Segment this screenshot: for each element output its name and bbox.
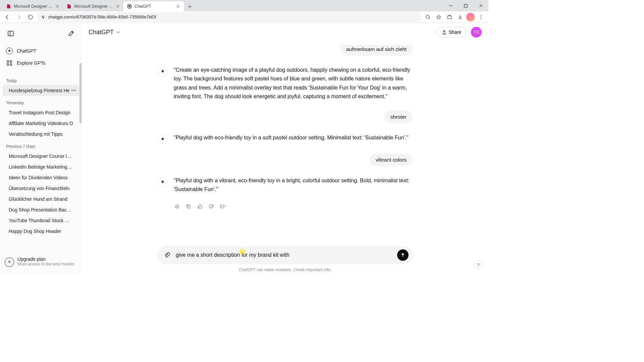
- tab-title: Microsoft Designer - Stunning: [74, 4, 113, 9]
- upgrade-subtitle: More access to the best models: [17, 262, 74, 266]
- zoom-icon[interactable]: [423, 12, 433, 22]
- message-actions: [174, 203, 413, 210]
- svg-rect-13: [7, 64, 9, 65]
- topbar: ChatGPT Share TO: [82, 23, 488, 42]
- browser-tab-bar: Microsoft Designer - Stunning Microsoft …: [0, 0, 488, 11]
- chat-history-item[interactable]: YouTube Thumbnail Stock Marke: [3, 215, 79, 226]
- user-message: shroter: [158, 111, 413, 123]
- chat-history-item[interactable]: Ideen für Dividenden Videos: [3, 172, 79, 183]
- tab-favicon: [6, 4, 11, 9]
- chatgpt-icon: [158, 134, 168, 144]
- browser-tab-active[interactable]: ChatGPT: [123, 1, 184, 11]
- close-icon[interactable]: [176, 4, 180, 9]
- tab-title: ChatGPT: [135, 4, 173, 9]
- thumbs-up-button[interactable]: [197, 203, 203, 210]
- chat-history-item[interactable]: Glücklicher Hund am Strand: [3, 194, 79, 204]
- svg-rect-12: [10, 61, 12, 62]
- svg-point-8: [481, 16, 482, 17]
- attach-button[interactable]: [162, 250, 172, 260]
- nav-label: Explore GPTs: [17, 60, 46, 66]
- svg-point-3: [44, 15, 45, 16]
- nav-explore-gpts[interactable]: Explore GPTs: [3, 57, 79, 69]
- chat-history-item[interactable]: LinkedIn Beiträge Marketing Ide: [3, 162, 79, 172]
- sidebar-scrollbar[interactable]: [79, 43, 82, 231]
- share-button[interactable]: Share: [437, 27, 466, 38]
- model-label: ChatGPT: [89, 29, 114, 36]
- model-picker[interactable]: ChatGPT: [89, 29, 120, 36]
- back-button[interactable]: [3, 12, 12, 22]
- upgrade-title: Upgrade plan: [17, 256, 74, 262]
- copy-button[interactable]: [185, 203, 192, 210]
- message-text: "Create an eye-catching image of a playf…: [174, 66, 413, 101]
- downloads-icon[interactable]: [455, 12, 465, 22]
- read-aloud-button[interactable]: [174, 203, 180, 210]
- close-icon[interactable]: [115, 4, 120, 9]
- chat-thread: aufmerksam auf sich zieht "Create an eye…: [82, 42, 488, 246]
- new-tab-button[interactable]: [185, 2, 195, 11]
- composer: [158, 246, 413, 264]
- svg-rect-1: [464, 4, 467, 7]
- chatgpt-icon: [158, 66, 168, 76]
- disclaimer-text: ChatGPT can make mistakes. Check importa…: [82, 267, 488, 274]
- collapse-sidebar-button[interactable]: [5, 27, 17, 40]
- site-info-icon[interactable]: [41, 15, 46, 19]
- tab-favicon: [66, 4, 72, 9]
- browser-tab[interactable]: Microsoft Designer - Stunning: [3, 1, 63, 11]
- section-header: Yesterday: [0, 99, 82, 107]
- chat-history-item[interactable]: Verabschiedung mit Tipps: [3, 129, 79, 139]
- menu-icon[interactable]: [476, 12, 486, 22]
- chat-history-item[interactable]: Übersetzung von Finanztiteln: [3, 183, 79, 194]
- profile-avatar[interactable]: [466, 13, 475, 21]
- window-maximize-button[interactable]: [458, 0, 473, 11]
- svg-rect-10: [8, 31, 13, 36]
- section-header: Previous 7 Days: [0, 143, 82, 150]
- svg-point-4: [426, 15, 429, 18]
- assistant-message: "Playful dog with eco-friendly toy in a …: [158, 133, 413, 144]
- svg-rect-14: [10, 64, 12, 65]
- user-message: vibrant colors: [158, 154, 413, 166]
- browser-tab[interactable]: Microsoft Designer - Stunning: [63, 1, 123, 11]
- svg-point-7: [481, 15, 482, 16]
- assistant-message: "Create an eye-catching image of a playf…: [158, 66, 413, 101]
- chatgpt-icon: [158, 177, 168, 187]
- message-text: vibrant colors: [370, 154, 413, 166]
- url-box[interactable]: chatgpt.com/c/6706357d-5fdc-800e-83b5-73…: [37, 12, 421, 22]
- message-text: "Playful dog with a vibrant, eco-friendl…: [174, 176, 413, 194]
- chevron-down-icon: [116, 30, 120, 35]
- window-minimize-button[interactable]: [443, 0, 458, 11]
- chat-history-item[interactable]: Dog Shop Presentation Backgro: [3, 204, 79, 215]
- user-avatar[interactable]: TO: [471, 27, 482, 38]
- extensions-icon[interactable]: [445, 12, 454, 22]
- nav-chatgpt[interactable]: ChatGPT: [3, 45, 79, 57]
- sparkle-icon: [5, 257, 14, 267]
- chat-history-item[interactable]: Happy Dog Shop Header: [3, 226, 79, 237]
- regenerate-button[interactable]: [219, 203, 226, 210]
- forward-button[interactable]: [14, 12, 23, 22]
- bookmark-icon[interactable]: [434, 12, 443, 22]
- chat-history-item[interactable]: Microsoft Designer Course Intro: [3, 151, 79, 162]
- chat-history-item[interactable]: Travel Instagram Post Design: [3, 107, 79, 118]
- nav-label: ChatGPT: [17, 48, 36, 54]
- thumbs-down-button[interactable]: [208, 203, 215, 210]
- chat-history-item[interactable]: Hundespielzeug Pinterest He: [3, 85, 79, 96]
- chat-history-item[interactable]: Affiliate Marketing Videokurs O: [3, 118, 79, 129]
- reload-button[interactable]: [25, 12, 35, 22]
- message-text: "Playful dog with eco-friendly toy in a …: [174, 133, 409, 144]
- message-text: shroter: [384, 111, 413, 123]
- browser-address-bar: chatgpt.com/c/6706357d-5fdc-800e-83b5-73…: [0, 11, 488, 23]
- send-button[interactable]: [397, 249, 409, 261]
- url-text: chatgpt.com/c/6706357d-5fdc-800e-83b5-73…: [48, 14, 156, 19]
- tab-favicon: [127, 4, 132, 9]
- help-button[interactable]: ?: [474, 261, 482, 269]
- upgrade-plan-button[interactable]: Upgrade plan More access to the best mod…: [0, 253, 82, 270]
- svg-rect-11: [7, 61, 9, 62]
- message-input[interactable]: [176, 252, 394, 258]
- window-controls: [443, 0, 488, 11]
- new-chat-button[interactable]: [65, 27, 77, 40]
- assistant-message: "Playful dog with a vibrant, eco-friendl…: [158, 176, 413, 194]
- svg-rect-15: [187, 205, 190, 208]
- window-close-button[interactable]: [473, 0, 488, 11]
- main-content: ChatGPT Share TO aufmerksam auf sich zie…: [82, 23, 488, 274]
- close-icon[interactable]: [55, 4, 60, 9]
- section-header: Today: [0, 77, 82, 84]
